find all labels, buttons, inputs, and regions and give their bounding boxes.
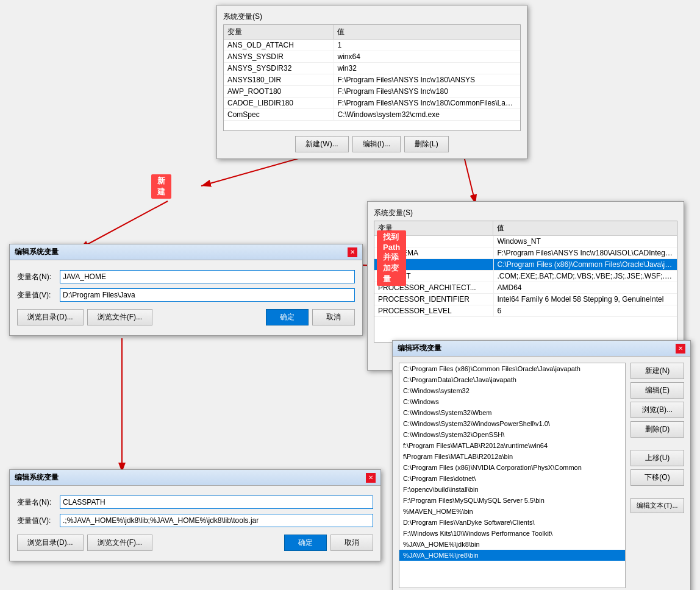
ok-button1[interactable]: 确定 — [266, 309, 309, 325]
browse-file-button1[interactable]: 浏览文件(F)... — [87, 309, 152, 325]
middle-sys-var-section-label: 系统变量(S) — [374, 208, 677, 218]
path-list-item[interactable]: C:\ProgramData\Oracle\Java\javapath — [399, 374, 625, 385]
step3-container: 3 找到Path并添加变量 — [377, 252, 389, 264]
top-table-row[interactable]: ANSYS_SYSDIRwinx64 — [224, 51, 520, 63]
env-up-button[interactable]: 上移(U) — [630, 450, 684, 466]
browse-file-button2[interactable]: 浏览文件(F)... — [87, 535, 152, 551]
mid-col-header-val: 值 — [493, 221, 677, 235]
path-list-item[interactable]: C:\Windows\System32\OpenSSH\ — [399, 429, 625, 440]
edit-sys-var-dialog1: 编辑系统变量 ✕ 变量名(N): 变量值(V): 浏览目录(D)... 浏览文件… — [9, 244, 363, 336]
env-edit-text-button[interactable]: 编辑文本(T)... — [630, 498, 684, 513]
mid-table-row[interactable]: P_SCHEMAF:\Program Files\ANSYS Inc\v180\… — [374, 247, 677, 259]
path-list-item[interactable]: C:\Program Files\dotnet\ — [399, 473, 625, 484]
col-header-val: 值 — [334, 25, 520, 39]
path-list-item[interactable]: C:\Windows\system32 — [399, 385, 625, 396]
path-list-item[interactable]: C:\Windows\System32\WindowsPowerShell\v1… — [399, 418, 625, 429]
var-value-label1: 变量值(V): — [17, 290, 60, 300]
path-list-item[interactable]: C:\Program Files (x86)\NVIDIA Corporatio… — [399, 462, 625, 473]
path-list-item[interactable]: F:\opencv\build\install\bin — [399, 484, 625, 495]
path-list-item[interactable]: f\Program Files\MATLAB\R2012a\bin — [399, 451, 625, 462]
top-delete-button[interactable]: 删除(L) — [404, 136, 449, 152]
top-sys-var-section-label: 系统变量(S) — [223, 12, 521, 22]
path-list-item[interactable]: D:\Program Files\VanDyke Software\Client… — [399, 517, 625, 528]
top-table-row[interactable]: CADOE_LIBDIR180F:\Program Files\ANSYS In… — [224, 98, 520, 109]
path-list-item[interactable]: %JAVA_HOME%\jdk8\bin — [399, 539, 625, 550]
var-value-input2[interactable] — [60, 514, 373, 527]
browse-dir-button2[interactable]: 浏览目录(D)... — [17, 535, 84, 551]
edit-sys-var-dialog2: 编辑系统变量 ✕ 变量名(N): 变量值(V): 浏览目录(D)... 浏览文件… — [9, 469, 381, 561]
var-name-input1[interactable] — [60, 270, 355, 283]
mid-table-row[interactable]: PATHEXT.COM;.EXE;.BAT;.CMD;.VBS;.VBE;.JS… — [374, 271, 677, 282]
svg-line-2 — [79, 201, 168, 249]
col-header-var: 变量 — [224, 25, 334, 39]
path-list-item[interactable]: %JAVA_HOME%\jre8\bin — [399, 550, 625, 561]
path-list-item[interactable]: F:\Windows Kits\10\Windows Performance T… — [399, 528, 625, 539]
mid-table-row[interactable]: PROCESSOR_LEVEL6 — [374, 305, 677, 317]
edit-sys-var-dialog1-title: 编辑系统变量 — [15, 247, 59, 257]
path-list-item[interactable]: C:\Windows\System32\Wbem — [399, 407, 625, 418]
var-name-input2[interactable] — [60, 496, 373, 509]
path-list-item[interactable]: C:\Windows — [399, 396, 625, 407]
ok-button2[interactable]: 确定 — [284, 535, 327, 551]
path-list: C:\Program Files (x86)\Common Files\Orac… — [399, 363, 626, 588]
top-table-row[interactable]: ComSpecC:\Windows\system32\cmd.exe — [224, 109, 520, 121]
cancel-button2[interactable]: 取消 — [330, 535, 373, 551]
edit-env-var-dialog-title: 编辑环境变量 — [398, 343, 441, 354]
var-value-input1[interactable] — [60, 288, 355, 302]
env-edit-button[interactable]: 编辑(E) — [630, 382, 684, 399]
edit-env-var-dialog: 编辑环境变量 ✕ C:\Program Files (x86)\Common F… — [392, 340, 691, 590]
mid-table-row[interactable]: PROCESSOR_IDENTIFIERIntel64 Family 6 Mod… — [374, 294, 677, 305]
env-browse-button[interactable]: 浏览(B)... — [630, 402, 684, 418]
env-var-buttons: 新建(N) 编辑(E) 浏览(B)... 删除(D) 上移(U) 下移(O) 编… — [630, 363, 684, 588]
edit-sys-var-dialog2-close[interactable]: ✕ — [366, 473, 376, 483]
var-name-label2: 变量名(N): — [17, 497, 60, 508]
top-edit-button[interactable]: 编辑(I)... — [352, 136, 401, 152]
var-value-label2: 变量值(V): — [17, 516, 60, 526]
env-down-button[interactable]: 下移(O) — [630, 469, 684, 486]
env-new-button[interactable]: 新建(N) — [630, 363, 684, 379]
top-new-button[interactable]: 新建(W)... — [295, 136, 348, 152]
var-name-label1: 变量名(N): — [17, 272, 60, 282]
browse-dir-button1[interactable]: 浏览目录(D)... — [17, 309, 84, 325]
mid-table-row[interactable]: PROCESSOR_ARCHITECT...AMD64 — [374, 282, 677, 294]
edit-sys-var-dialog2-title: 编辑系统变量 — [15, 472, 59, 483]
step1-label: 新建 — [151, 174, 171, 199]
step3-label: 找到Path并添加变量 — [377, 230, 406, 286]
edit-sys-var-dialog1-close[interactable]: ✕ — [348, 247, 357, 257]
top-table-row[interactable]: ANSYS_SYSDIR32win32 — [224, 63, 520, 74]
top-system-vars-dialog: 系统变量(S) 变量 值 ANS_OLD_ATTACH1ANSYS_SYSDIR… — [216, 5, 527, 159]
edit-env-var-dialog-close[interactable]: ✕ — [676, 344, 685, 354]
top-table-row[interactable]: ANS_OLD_ATTACH1 — [224, 40, 520, 51]
step1-container: 1 新建 — [151, 180, 163, 193]
mid-table-row[interactable]: PathC:\Program Files (x86)\Common Files\… — [374, 259, 677, 271]
mid-table-row[interactable]: OSWindows_NT — [374, 236, 677, 247]
path-list-item[interactable]: f:\Program Files\MATLAB\R2012a\runtime\w… — [399, 440, 625, 451]
path-list-item[interactable]: %MAVEN_HOME%\bin — [399, 506, 625, 517]
cancel-button1[interactable]: 取消 — [312, 309, 355, 325]
path-list-item[interactable]: F:\Program Files\MySQL\MySQL Server 5.5\… — [399, 495, 625, 506]
path-list-item[interactable]: C:\Program Files (x86)\Common Files\Orac… — [399, 363, 625, 374]
top-table-row[interactable]: AWP_ROOT180F:\Program Files\ANSYS Inc\v1… — [224, 86, 520, 98]
env-delete-button[interactable]: 删除(D) — [630, 421, 684, 438]
top-table-row[interactable]: ANSYS180_DIRF:\Program Files\ANSYS Inc\v… — [224, 74, 520, 86]
